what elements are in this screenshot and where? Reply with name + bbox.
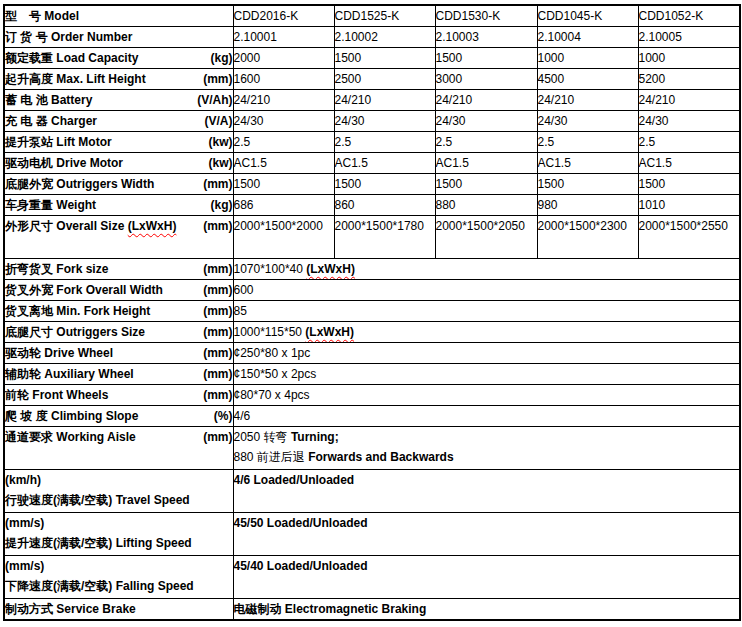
value-text: 2000*1500*2550 xyxy=(639,219,728,233)
row-unit: (mm) xyxy=(203,216,232,236)
value-text: 1500 xyxy=(234,177,261,191)
row-label-wrap: (km/h)行驶速度(满载/空载) Travel Speed xyxy=(5,470,233,510)
row-label-cell: (mm/s)提升速度(满载/空载) Lifting Speed xyxy=(4,513,233,556)
row-unit: (mm) xyxy=(203,174,232,194)
row-unit: (kw) xyxy=(209,153,233,173)
value-cell: 24/30 xyxy=(638,111,740,132)
value-text: 2000*1500*1780 xyxy=(335,219,424,233)
row-label: 驱动轮 Drive Wheel xyxy=(5,346,113,360)
row-label: 蓄 电 池 Battery xyxy=(5,93,92,107)
row-label-cell: (mm)底腿外宽 Outriggers Width xyxy=(4,174,233,195)
value-text: 2000 xyxy=(234,51,261,65)
value-line: 4/6 xyxy=(234,406,740,426)
value-cell: AC1.5 xyxy=(334,153,435,174)
value-text: 1500 xyxy=(335,51,362,65)
value-segment: (LxWxH) xyxy=(305,325,354,339)
value-text: CDD1525-K xyxy=(335,9,400,23)
value-cell: 1500 xyxy=(233,174,334,195)
row-unit: (V/A) xyxy=(205,111,233,131)
row-label: 爬 坡 度 Climbing Slope xyxy=(5,409,138,423)
row-label: 通道要求 Working Aisle xyxy=(5,430,136,444)
value-text: 2.5 xyxy=(436,135,453,149)
value-text: 2500 xyxy=(335,72,362,86)
value-line: 45/40 Loaded/Unloaded xyxy=(234,556,740,576)
value-text: AC1.5 xyxy=(234,156,267,170)
value-text: 1500 xyxy=(436,177,463,191)
value-segment: Electromagnetic Braking xyxy=(285,602,426,616)
value-cell: 2.5 xyxy=(638,132,740,153)
value-cell: 2.10002 xyxy=(334,27,435,48)
value-segment: 4/6 Loaded/Unloaded xyxy=(234,473,355,487)
value-segment: ¢150*50 x 2pcs xyxy=(234,367,317,381)
value-cell-span: 电磁制动 Electromagnetic Braking xyxy=(233,599,740,621)
row-label-cell: (V/A)充 电 器 Charger xyxy=(4,111,233,132)
row-unit: (mm) xyxy=(203,69,232,89)
row-label-wrap: (mm/s)提升速度(满载/空载) Lifting Speed xyxy=(5,513,233,553)
value-text: 2.5 xyxy=(335,135,352,149)
value-text: 860 xyxy=(335,198,355,212)
row-label-cell: (%)爬 坡 度 Climbing Slope xyxy=(4,406,233,427)
value-segment: 1070*100*40 xyxy=(234,262,307,276)
row-unit: (kg) xyxy=(211,195,233,215)
value-text: 24/30 xyxy=(234,114,264,128)
value-cell: 2.10005 xyxy=(638,27,740,48)
value-cell: 880 xyxy=(435,195,537,216)
value-text: AC1.5 xyxy=(538,156,571,170)
value-text: AC1.5 xyxy=(639,156,672,170)
value-cell: 2000*1500*1780 xyxy=(334,216,435,259)
value-line: 600 xyxy=(234,280,740,300)
value-cell: 24/210 xyxy=(334,90,435,111)
table-row: (mm/s)下降速度(满载/空载) Falling Speed45/40 Loa… xyxy=(4,556,740,599)
value-segment: 2050 转弯 xyxy=(234,430,291,444)
row-label: 底腿外宽 Outriggers Width xyxy=(5,177,154,191)
table-row: (kg)额定载重 Load Capacity200015001500100010… xyxy=(4,48,740,69)
value-text: CDD2016-K xyxy=(234,9,299,23)
value-cell-span: 1070*100*40 (LxWxH) xyxy=(233,259,740,280)
row-label: 起升高度 Max. Lift Height xyxy=(5,72,146,86)
value-cell: 1600 xyxy=(233,69,334,90)
value-segment: ¢80*70 x 4pcs xyxy=(234,388,310,402)
value-text: 2.10001 xyxy=(234,30,277,44)
value-segment: Turning; xyxy=(291,430,339,444)
row-label-cell: 制动方式 Service Brake xyxy=(4,599,233,621)
value-cell: 1000 xyxy=(537,48,638,69)
value-cell: 1500 xyxy=(334,48,435,69)
table-row: (kg)车身重量 Weight6868608809801010 xyxy=(4,195,740,216)
value-segment: ¢250*80 x 1pc xyxy=(234,346,311,360)
value-cell: CDD1525-K xyxy=(334,5,435,27)
value-cell: 24/30 xyxy=(334,111,435,132)
row-label-cell: (mm)通道要求 Working Aisle xyxy=(4,427,233,470)
value-text: 980 xyxy=(538,198,558,212)
value-cell: 24/210 xyxy=(537,90,638,111)
value-text: 2.10003 xyxy=(436,30,479,44)
value-text: CDD1052-K xyxy=(639,9,704,23)
value-cell: 4500 xyxy=(537,69,638,90)
value-cell: 1500 xyxy=(334,174,435,195)
value-cell: 2.5 xyxy=(435,132,537,153)
row-label-wrap: (mm/s)下降速度(满载/空载) Falling Speed xyxy=(5,556,233,596)
table-row: (%)爬 坡 度 Climbing Slope4/6 xyxy=(4,406,740,427)
row-label-cell: (kg)车身重量 Weight xyxy=(4,195,233,216)
value-cell: 2.5 xyxy=(233,132,334,153)
row-label-wrap: (V/A)充 电 器 Charger xyxy=(5,111,233,131)
table-row: (kw)驱动电机 Drive MotorAC1.5AC1.5AC1.5AC1.5… xyxy=(4,153,740,174)
row-label-wavy: (LxWxH) xyxy=(128,219,177,233)
row-label: 订 货 号 Order Number xyxy=(5,30,132,44)
value-cell: 686 xyxy=(233,195,334,216)
value-text: 2.10004 xyxy=(538,30,581,44)
value-text: AC1.5 xyxy=(436,156,469,170)
value-cell: AC1.5 xyxy=(435,153,537,174)
value-cell: 2000*1500*2300 xyxy=(537,216,638,259)
row-label-cell: (kg)额定载重 Load Capacity xyxy=(4,48,233,69)
value-text: 24/30 xyxy=(538,114,568,128)
row-label: 辅助轮 Auxiliary Wheel xyxy=(5,367,134,381)
value-text: CDD1045-K xyxy=(538,9,603,23)
value-cell: 24/210 xyxy=(233,90,334,111)
value-segment: 电磁制动 xyxy=(234,602,285,616)
row-label: 货叉离地 Min. Fork Height xyxy=(5,304,150,318)
value-text: 1500 xyxy=(335,177,362,191)
row-label: 驱动电机 Drive Motor xyxy=(5,156,123,170)
value-cell: CDD2016-K xyxy=(233,5,334,27)
value-cell: 24/210 xyxy=(435,90,537,111)
value-cell-span: 45/40 Loaded/Unloaded xyxy=(233,556,740,599)
